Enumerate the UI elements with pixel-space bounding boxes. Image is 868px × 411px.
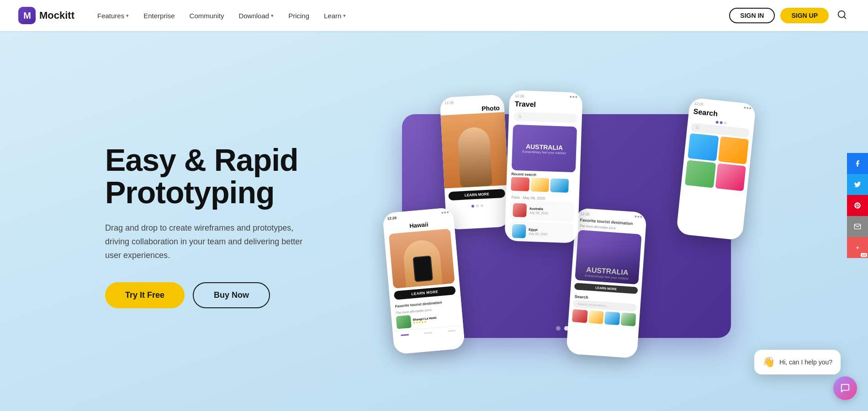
- nav-download[interactable]: Download ▾: [232, 8, 280, 23]
- hero-mockup: 12:26 Hawaii LEARN MORE Favorite tourist…: [370, 107, 763, 345]
- twitter-icon: [854, 181, 861, 188]
- phone-search: 12:26 Search: [676, 97, 757, 241]
- svg-line-5: [698, 128, 699, 129]
- phone-search-screen: 12:26 Search: [676, 97, 757, 241]
- chat-icon: [840, 383, 850, 393]
- phone-australia-screen: 12:26 Favorite tourist destination The m…: [566, 208, 647, 358]
- nav-community[interactable]: Community: [183, 8, 231, 23]
- try-it-free-button[interactable]: Try It Free: [105, 282, 185, 308]
- chevron-down-icon: ▾: [126, 13, 129, 19]
- hero-content: Easy & Rapid Prototyping Drag and drop t…: [69, 80, 799, 372]
- facebook-icon: [854, 160, 861, 167]
- svg-line-1: [844, 16, 846, 18]
- hero-description: Drag and drop to create wireframes and p…: [105, 221, 306, 262]
- hero-section: Easy & Rapid Prototyping Drag and drop t…: [0, 0, 868, 411]
- logo[interactable]: M Mockitt: [18, 7, 74, 24]
- phone-australia-banner: AUSTRALIA Extraordinary feel your outdoo…: [575, 230, 641, 284]
- chat-emoji: 👋: [762, 356, 775, 368]
- navbar: M Mockitt Features ▾ Enterprise Communit…: [0, 0, 868, 31]
- twitter-share-button[interactable]: [847, 174, 868, 195]
- carousel-dot-1[interactable]: [556, 326, 561, 331]
- phone-travel-screen: 12:26 Travel AUSTRALIA Extraordinary fee…: [504, 90, 582, 243]
- chat-message: Hi, can I help you?: [779, 358, 832, 366]
- pinterest-icon: [854, 202, 861, 209]
- chevron-down-icon: ▾: [271, 13, 274, 19]
- brand-name: Mockitt: [39, 10, 74, 21]
- email-icon: [854, 223, 861, 230]
- chat-bubble[interactable]: 👋 Hi, can I help you?: [754, 350, 841, 374]
- buy-now-button[interactable]: Buy Now: [193, 282, 270, 308]
- search-icon: [837, 10, 847, 20]
- sign-up-button[interactable]: SIGN UP: [780, 8, 829, 23]
- phone-hawaii: 12:26 Hawaii LEARN MORE Favorite tourist…: [382, 207, 465, 354]
- phone-travel: 12:26 Travel AUSTRALIA Extraordinary fee…: [504, 90, 582, 243]
- phone-australia: 12:26 Favorite tourist destination The m…: [566, 208, 647, 358]
- nav-enterprise[interactable]: Enterprise: [137, 8, 181, 23]
- hero-title: Easy & Rapid Prototyping: [105, 144, 343, 209]
- navbar-left: M Mockitt Features ▾ Enterprise Communit…: [18, 7, 352, 24]
- share-count: 13: [861, 253, 867, 257]
- email-share-button[interactable]: [847, 216, 868, 237]
- sign-in-button[interactable]: SIGN IN: [729, 8, 775, 23]
- phone-hawaii-screen: 12:26 Hawaii LEARN MORE Favorite tourist…: [382, 207, 465, 354]
- social-sidebar: + 13: [847, 153, 868, 258]
- logo-icon: M: [18, 7, 36, 24]
- mockup-background: 12:26 Hawaii LEARN MORE Favorite tourist…: [402, 114, 731, 338]
- facebook-share-button[interactable]: [847, 153, 868, 174]
- chat-open-button[interactable]: [833, 376, 857, 400]
- more-share-button[interactable]: + 13: [847, 237, 868, 258]
- hero-buttons: Try It Free Buy Now: [105, 282, 343, 308]
- pinterest-share-button[interactable]: [847, 195, 868, 216]
- nav-pricing[interactable]: Pricing: [282, 8, 316, 23]
- hero-text: Easy & Rapid Prototyping Drag and drop t…: [105, 144, 343, 309]
- share-icon: +: [856, 244, 859, 251]
- chevron-down-icon: ▾: [343, 13, 346, 19]
- search-icon-button[interactable]: [834, 7, 850, 24]
- phone-hawaii-image: [389, 229, 455, 289]
- nav-links: Features ▾ Enterprise Community Download…: [91, 8, 352, 23]
- phone-travel-banner: AUSTRALIA Extraordinary feel your outdoo…: [512, 125, 577, 173]
- phone-photo-image: [441, 112, 508, 188]
- nav-features[interactable]: Features ▾: [91, 8, 135, 23]
- navbar-right: SIGN IN SIGN UP: [729, 7, 850, 24]
- svg-line-3: [520, 117, 521, 118]
- nav-learn[interactable]: Learn ▾: [318, 8, 352, 23]
